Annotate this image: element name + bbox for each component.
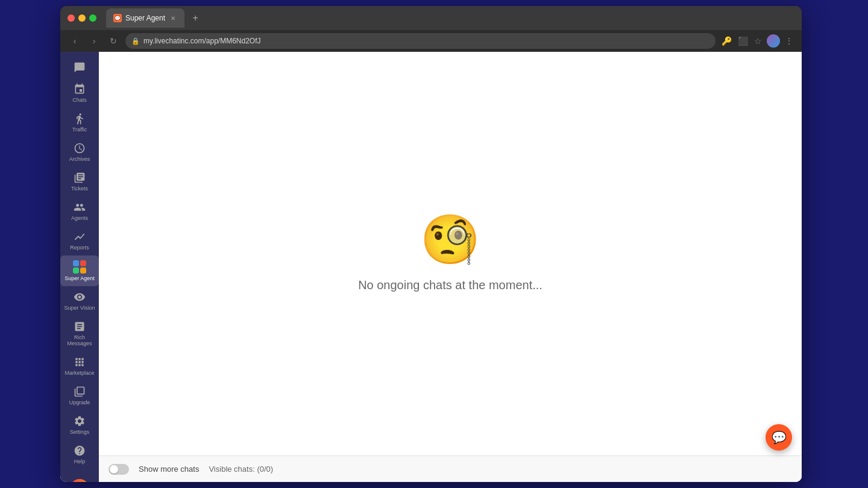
- address-bar: ‹ › ↻ 🔒 my.livechatinc.com/app/MM6Nd2OfJ…: [60, 30, 802, 52]
- floating-chat-icon: 💬: [772, 430, 787, 445]
- close-button[interactable]: [68, 14, 75, 22]
- bookmark-icon[interactable]: ☆: [753, 35, 763, 47]
- new-tab-button[interactable]: +: [187, 10, 204, 27]
- rich-messages-label: Rich Messages: [63, 334, 96, 346]
- browser-window: 💬 Super Agent ✕ + ‹ › ↻ 🔒 my.livechatinc…: [60, 6, 802, 482]
- sidebar-item-super-agent[interactable]: Super Agent: [60, 255, 99, 286]
- sidebar-item-settings[interactable]: Settings: [60, 410, 99, 440]
- settings-icon: [74, 415, 86, 427]
- sidebar-item-chats[interactable]: Chats: [60, 78, 99, 108]
- chats-icon: [74, 83, 86, 95]
- visible-chats-count: Visible chats: (0/0): [209, 465, 273, 474]
- browser-titlebar: 💬 Super Agent ✕ +: [60, 6, 802, 30]
- show-more-chats-label: Show more chats: [139, 465, 199, 474]
- sidebar-item-upgrade[interactable]: Upgrade: [60, 381, 99, 410]
- marketplace-icon: [74, 356, 86, 368]
- bottom-bar: Show more chats Visible chats: (0/0): [99, 455, 802, 482]
- tab-title: Super Agent: [125, 14, 165, 22]
- browser-user-avatar[interactable]: [767, 34, 780, 48]
- app-content: Chats Traffic Archives Tickets: [60, 52, 802, 482]
- sidebar-item-traffic[interactable]: Traffic: [60, 108, 99, 137]
- traffic-icon: [74, 113, 86, 125]
- main-content: 🧐 No ongoing chats at the moment... Show…: [99, 52, 802, 482]
- tab-close-button[interactable]: ✕: [169, 14, 177, 22]
- floating-chat-button[interactable]: 💬: [766, 424, 792, 451]
- upgrade-icon: [74, 386, 86, 398]
- minimize-button[interactable]: [78, 14, 86, 22]
- sidebar-item-tickets[interactable]: Tickets: [60, 167, 99, 196]
- upgrade-label: Upgrade: [69, 399, 90, 405]
- empty-state: 🧐 No ongoing chats at the moment...: [99, 52, 802, 455]
- reports-label: Reports: [70, 245, 89, 251]
- show-more-chats-toggle[interactable]: [108, 464, 129, 475]
- agents-icon: [74, 201, 86, 213]
- toggle-knob: [110, 465, 118, 474]
- super-vision-label: Super Vision: [64, 305, 95, 311]
- menu-icon[interactable]: ⋮: [784, 35, 794, 47]
- lock-icon: 🔒: [131, 37, 140, 45]
- chats-label: Chats: [72, 97, 87, 103]
- url-text: my.livechatinc.com/app/MM6Nd2OfJ: [143, 37, 261, 45]
- tab-favicon-icon: 💬: [113, 14, 122, 22]
- url-bar[interactable]: 🔒 my.livechatinc.com/app/MM6Nd2OfJ: [125, 33, 715, 49]
- forward-button[interactable]: ›: [87, 34, 101, 48]
- agents-label: Agents: [71, 215, 88, 221]
- empty-state-emoji: 🧐: [420, 216, 480, 264]
- address-bar-actions: 🔑 ⬛ ☆ ⋮: [720, 34, 794, 48]
- help-label: Help: [74, 458, 86, 465]
- empty-state-message: No ongoing chats at the moment...: [358, 278, 542, 292]
- maximize-button[interactable]: [89, 14, 96, 22]
- sidebar-item-reports[interactable]: Reports: [60, 226, 99, 255]
- marketplace-label: Marketplace: [64, 370, 94, 376]
- traffic-lights: [68, 14, 96, 22]
- traffic-label: Traffic: [72, 127, 87, 133]
- cast-icon[interactable]: ⬛: [737, 35, 749, 47]
- super-agent-label: Super Agent: [64, 275, 95, 281]
- super-vision-icon: [74, 291, 86, 303]
- sidebar-item-help[interactable]: Help: [60, 440, 99, 469]
- sidebar-item-agents[interactable]: Agents: [60, 196, 99, 226]
- sidebar-item-marketplace[interactable]: Marketplace: [60, 351, 99, 381]
- super-agent-icon: [73, 260, 86, 274]
- key-icon[interactable]: 🔑: [720, 35, 733, 47]
- sidebar-item-rich-messages[interactable]: Rich Messages: [60, 316, 99, 351]
- sidebar-item-user[interactable]: 👤: [60, 469, 99, 482]
- rich-messages-icon: [74, 321, 86, 333]
- reports-icon: [74, 231, 86, 243]
- sidebar: Chats Traffic Archives Tickets: [60, 52, 99, 482]
- browser-tab[interactable]: 💬 Super Agent ✕: [106, 8, 184, 28]
- sidebar-item-home[interactable]: [60, 57, 99, 78]
- home-icon: [74, 61, 86, 74]
- archives-label: Archives: [69, 156, 90, 162]
- tickets-label: Tickets: [71, 186, 88, 192]
- settings-label: Settings: [70, 429, 90, 435]
- tickets-icon: [74, 172, 86, 184]
- archives-icon: [74, 142, 86, 154]
- sidebar-item-archives[interactable]: Archives: [60, 137, 99, 167]
- sidebar-item-super-vision[interactable]: Super Vision: [60, 286, 99, 316]
- back-button[interactable]: ‹: [68, 34, 82, 48]
- help-icon: [74, 445, 86, 457]
- reload-button[interactable]: ↻: [106, 34, 121, 48]
- user-avatar: 👤: [70, 479, 89, 482]
- tab-bar: 💬 Super Agent ✕ +: [106, 8, 794, 28]
